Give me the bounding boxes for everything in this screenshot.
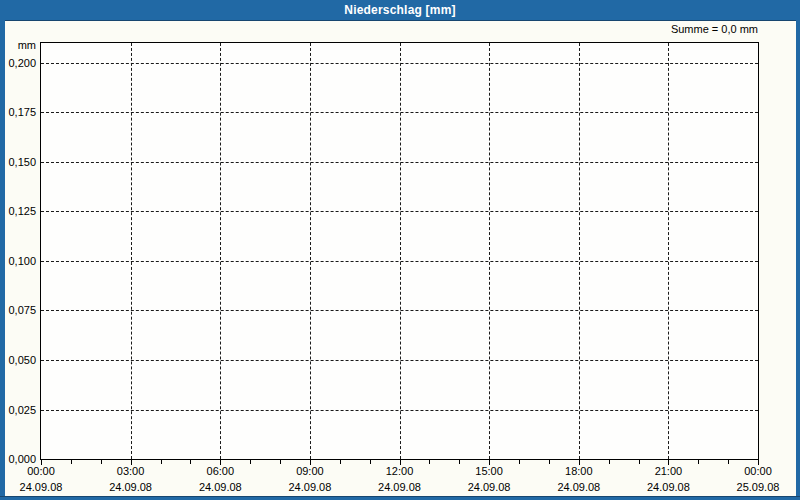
- window-border-right: [796, 0, 800, 500]
- x-minor-tick-mark: [101, 460, 102, 464]
- x-minor-tick-mark: [190, 460, 191, 464]
- x-minor-tick-mark: [71, 460, 72, 464]
- y-tick-label: 0,050: [0, 354, 36, 367]
- chart-title: Niederschlag [mm]: [344, 3, 455, 17]
- v-gridline: [489, 43, 490, 459]
- x-tick-date-label: 24.09.08: [185, 481, 255, 493]
- x-tick-date-label: 24.09.08: [454, 481, 524, 493]
- x-major-tick-mark: [668, 460, 669, 465]
- x-major-tick-mark: [489, 460, 490, 465]
- x-tick-time-label: 00:00: [11, 465, 71, 477]
- x-tick-time-label: 15:00: [459, 465, 519, 477]
- x-major-tick-mark: [41, 460, 42, 465]
- v-gridline: [310, 43, 311, 459]
- v-gridline: [131, 43, 132, 459]
- plot-area: [40, 42, 759, 460]
- x-minor-tick-mark: [250, 460, 251, 464]
- x-major-tick-mark: [400, 460, 401, 465]
- x-minor-tick-mark: [698, 460, 699, 464]
- x-tick-date-label: 24.09.08: [6, 481, 76, 493]
- y-tick-label: 0,075: [0, 304, 36, 317]
- y-tick-label: 0,175: [0, 106, 36, 119]
- x-tick-date-label: 24.09.08: [365, 481, 435, 493]
- x-tick-time-label: 00:00: [728, 465, 788, 477]
- x-minor-tick-mark: [639, 460, 640, 464]
- x-minor-tick-mark: [519, 460, 520, 464]
- x-minor-tick-mark: [609, 460, 610, 464]
- x-major-tick-mark: [310, 460, 311, 465]
- y-tick-label: 0,100: [0, 255, 36, 268]
- x-tick-time-label: 03:00: [101, 465, 161, 477]
- chart-window: Niederschlag [mm] Summe = 0,0 mm mm 0,20…: [0, 0, 800, 500]
- y-tick-label: 0,200: [0, 57, 36, 70]
- x-major-tick-mark: [131, 460, 132, 465]
- v-gridline: [579, 43, 580, 459]
- y-tick-label: 0,150: [0, 156, 36, 169]
- sum-annotation: Summe = 0,0 mm: [671, 23, 758, 35]
- x-minor-tick-mark: [340, 460, 341, 464]
- x-tick-time-label: 18:00: [549, 465, 609, 477]
- y-axis-unit-label: mm: [0, 39, 36, 51]
- window-border-left: [0, 0, 5, 500]
- chart-title-bar: Niederschlag [mm]: [0, 0, 800, 21]
- x-tick-date-label: 24.09.08: [544, 481, 614, 493]
- x-minor-tick-mark: [370, 460, 371, 464]
- x-minor-tick-mark: [429, 460, 430, 464]
- x-tick-date-label: 24.09.08: [96, 481, 166, 493]
- x-tick-time-label: 12:00: [370, 465, 430, 477]
- x-major-tick-mark: [758, 460, 759, 465]
- x-minor-tick-mark: [549, 460, 550, 464]
- x-tick-time-label: 09:00: [280, 465, 340, 477]
- x-tick-date-label: 24.09.08: [275, 481, 345, 493]
- x-minor-tick-mark: [459, 460, 460, 464]
- v-gridline: [220, 43, 221, 459]
- x-minor-tick-mark: [728, 460, 729, 464]
- v-gridline: [668, 43, 669, 459]
- x-minor-tick-mark: [161, 460, 162, 464]
- y-tick-label: 0,025: [0, 404, 36, 417]
- x-tick-date-label: 24.09.08: [633, 481, 703, 493]
- x-minor-tick-mark: [280, 460, 281, 464]
- y-tick-label: 0,125: [0, 205, 36, 218]
- x-major-tick-mark: [579, 460, 580, 465]
- x-tick-time-label: 06:00: [190, 465, 250, 477]
- v-gridline: [400, 43, 401, 459]
- x-tick-time-label: 21:00: [638, 465, 698, 477]
- x-tick-date-label: 25.09.08: [723, 481, 793, 493]
- x-major-tick-mark: [220, 460, 221, 465]
